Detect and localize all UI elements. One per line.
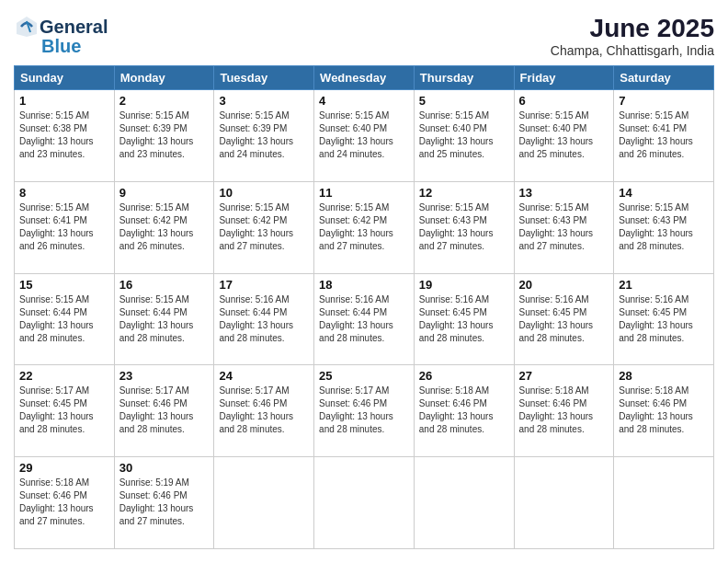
day-info: Sunrise: 5:17 AM Sunset: 6:46 PM Dayligh…	[119, 385, 210, 436]
daylight: Daylight: 13 hours and 28 minutes.	[619, 411, 693, 434]
col-wednesday: Wednesday	[314, 66, 415, 90]
sunset: Sunset: 6:44 PM	[19, 307, 87, 317]
daylight: Daylight: 13 hours and 26 minutes.	[619, 136, 693, 159]
table-row: 30 Sunrise: 5:19 AM Sunset: 6:46 PM Dayl…	[114, 457, 214, 549]
daylight: Daylight: 13 hours and 28 minutes.	[419, 411, 494, 434]
sunset: Sunset: 6:46 PM	[19, 490, 87, 500]
day-info: Sunrise: 5:18 AM Sunset: 6:46 PM Dayligh…	[619, 385, 709, 436]
daylight: Daylight: 13 hours and 28 minutes.	[219, 411, 293, 434]
sunrise: Sunrise: 5:17 AM	[119, 385, 189, 396]
table-row: 4 Sunrise: 5:15 AM Sunset: 6:40 PM Dayli…	[314, 90, 415, 182]
daylight: Daylight: 13 hours and 28 minutes.	[419, 320, 494, 343]
table-row: 27 Sunrise: 5:18 AM Sunset: 6:46 PM Dayl…	[514, 365, 614, 457]
day-number: 11	[319, 186, 409, 200]
sunrise: Sunrise: 5:15 AM	[19, 202, 89, 213]
day-number: 24	[219, 369, 309, 383]
sunset: Sunset: 6:40 PM	[419, 123, 487, 133]
table-row: 25 Sunrise: 5:17 AM Sunset: 6:46 PM Dayl…	[314, 365, 415, 457]
daylight: Daylight: 13 hours and 23 minutes.	[119, 136, 194, 159]
day-info: Sunrise: 5:15 AM Sunset: 6:44 PM Dayligh…	[119, 293, 210, 345]
sunset: Sunset: 6:42 PM	[319, 215, 387, 225]
sunset: Sunset: 6:39 PM	[219, 123, 287, 133]
table-row: 18 Sunrise: 5:16 AM Sunset: 6:44 PM Dayl…	[314, 273, 415, 365]
daylight: Daylight: 13 hours and 24 minutes.	[219, 136, 293, 159]
day-info: Sunrise: 5:15 AM Sunset: 6:40 PM Dayligh…	[419, 109, 509, 161]
table-row: 22 Sunrise: 5:17 AM Sunset: 6:45 PM Dayl…	[15, 365, 115, 457]
day-number: 23	[119, 369, 210, 383]
logo-general: General	[40, 17, 108, 38]
sunset: Sunset: 6:39 PM	[119, 123, 188, 133]
daylight: Daylight: 13 hours and 28 minutes.	[19, 320, 94, 343]
logo-blue: Blue	[41, 36, 81, 57]
sunrise: Sunrise: 5:16 AM	[419, 294, 489, 304]
sunrise: Sunrise: 5:17 AM	[319, 385, 389, 396]
sunrise: Sunrise: 5:17 AM	[219, 385, 289, 396]
table-row	[314, 457, 415, 549]
day-info: Sunrise: 5:17 AM Sunset: 6:46 PM Dayligh…	[219, 385, 309, 436]
table-row	[614, 457, 714, 549]
table-row: 16 Sunrise: 5:15 AM Sunset: 6:44 PM Dayl…	[114, 273, 214, 365]
col-friday: Friday	[514, 66, 614, 90]
sunset: Sunset: 6:46 PM	[119, 398, 188, 408]
sunrise: Sunrise: 5:15 AM	[619, 202, 688, 213]
day-number: 17	[219, 278, 309, 292]
sunrise: Sunrise: 5:15 AM	[119, 294, 189, 304]
col-saturday: Saturday	[614, 66, 714, 90]
daylight: Daylight: 13 hours and 28 minutes.	[219, 320, 293, 343]
sunset: Sunset: 6:44 PM	[119, 307, 188, 317]
daylight: Daylight: 13 hours and 25 minutes.	[419, 136, 494, 159]
day-number: 2	[119, 94, 210, 108]
daylight: Daylight: 13 hours and 28 minutes.	[119, 320, 194, 343]
table-row: 3 Sunrise: 5:15 AM Sunset: 6:39 PM Dayli…	[214, 90, 314, 182]
day-info: Sunrise: 5:15 AM Sunset: 6:43 PM Dayligh…	[419, 201, 509, 253]
day-number: 25	[319, 369, 409, 383]
col-tuesday: Tuesday	[214, 66, 314, 90]
table-row: 20 Sunrise: 5:16 AM Sunset: 6:45 PM Dayl…	[514, 273, 614, 365]
calendar-row: 29 Sunrise: 5:18 AM Sunset: 6:46 PM Dayl…	[15, 457, 714, 549]
day-number: 28	[619, 369, 709, 383]
sunrise: Sunrise: 5:19 AM	[119, 477, 189, 488]
table-row: 14 Sunrise: 5:15 AM Sunset: 6:43 PM Dayl…	[614, 181, 714, 273]
sunrise: Sunrise: 5:15 AM	[19, 110, 89, 121]
day-number: 8	[19, 186, 109, 200]
sunrise: Sunrise: 5:16 AM	[319, 294, 389, 304]
day-info: Sunrise: 5:19 AM Sunset: 6:46 PM Dayligh…	[119, 477, 210, 528]
day-info: Sunrise: 5:15 AM Sunset: 6:40 PM Dayligh…	[319, 109, 409, 161]
table-row	[214, 457, 314, 549]
sunset: Sunset: 6:46 PM	[219, 398, 287, 408]
day-number: 15	[19, 278, 109, 292]
table-row: 12 Sunrise: 5:15 AM Sunset: 6:43 PM Dayl…	[414, 181, 514, 273]
table-row: 13 Sunrise: 5:15 AM Sunset: 6:43 PM Dayl…	[514, 181, 614, 273]
calendar-row: 8 Sunrise: 5:15 AM Sunset: 6:41 PM Dayli…	[15, 181, 714, 273]
day-number: 22	[19, 369, 109, 383]
table-row: 7 Sunrise: 5:15 AM Sunset: 6:41 PM Dayli…	[614, 90, 714, 182]
logo: General Blue	[14, 14, 108, 57]
calendar-table: Sunday Monday Tuesday Wednesday Thursday…	[14, 65, 714, 549]
table-row: 15 Sunrise: 5:15 AM Sunset: 6:44 PM Dayl…	[15, 273, 115, 365]
daylight: Daylight: 13 hours and 28 minutes.	[19, 411, 94, 434]
day-number: 10	[219, 186, 309, 200]
sunset: Sunset: 6:46 PM	[119, 490, 188, 500]
day-number: 20	[519, 278, 609, 292]
table-row: 9 Sunrise: 5:15 AM Sunset: 6:42 PM Dayli…	[114, 181, 214, 273]
daylight: Daylight: 13 hours and 24 minutes.	[319, 136, 393, 159]
sunrise: Sunrise: 5:18 AM	[19, 477, 89, 488]
table-row	[414, 457, 514, 549]
sunset: Sunset: 6:44 PM	[219, 307, 287, 317]
day-info: Sunrise: 5:16 AM Sunset: 6:44 PM Dayligh…	[219, 293, 309, 345]
calendar-header-row: Sunday Monday Tuesday Wednesday Thursday…	[15, 66, 714, 90]
sunrise: Sunrise: 5:15 AM	[319, 202, 389, 213]
sunset: Sunset: 6:46 PM	[519, 398, 587, 408]
sunrise: Sunrise: 5:18 AM	[619, 385, 688, 396]
table-row: 24 Sunrise: 5:17 AM Sunset: 6:46 PM Dayl…	[214, 365, 314, 457]
sunrise: Sunrise: 5:15 AM	[219, 110, 289, 121]
day-info: Sunrise: 5:15 AM Sunset: 6:41 PM Dayligh…	[19, 201, 109, 253]
day-number: 5	[419, 94, 509, 108]
day-info: Sunrise: 5:18 AM Sunset: 6:46 PM Dayligh…	[19, 477, 109, 528]
calendar-row: 1 Sunrise: 5:15 AM Sunset: 6:38 PM Dayli…	[15, 90, 714, 182]
table-row: 21 Sunrise: 5:16 AM Sunset: 6:45 PM Dayl…	[614, 273, 714, 365]
sunrise: Sunrise: 5:15 AM	[219, 202, 289, 213]
sunset: Sunset: 6:46 PM	[319, 398, 387, 408]
day-info: Sunrise: 5:15 AM Sunset: 6:42 PM Dayligh…	[219, 201, 309, 253]
table-row: 10 Sunrise: 5:15 AM Sunset: 6:42 PM Dayl…	[214, 181, 314, 273]
